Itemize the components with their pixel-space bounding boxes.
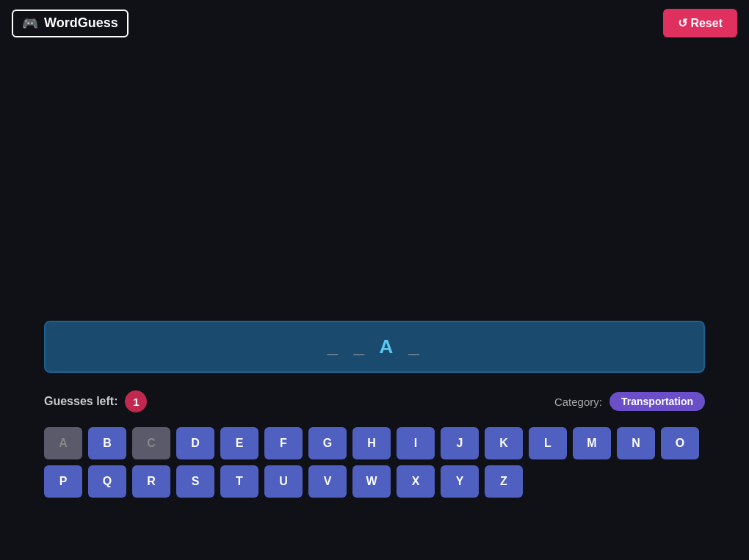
key-t[interactable]: T <box>220 465 258 498</box>
key-h[interactable]: H <box>352 427 391 459</box>
guesses-badge: 1 <box>125 390 147 412</box>
key-f[interactable]: F <box>264 427 303 459</box>
key-r[interactable]: R <box>132 465 170 498</box>
key-d[interactable]: D <box>176 427 214 459</box>
key-x[interactable]: X <box>397 465 435 498</box>
key-u[interactable]: U <box>264 465 303 498</box>
key-q[interactable]: Q <box>88 465 126 498</box>
key-p[interactable]: P <box>44 465 82 498</box>
category-area: Category: Transportation <box>554 392 705 411</box>
letter-slot: _ <box>327 335 341 358</box>
key-j[interactable]: J <box>441 427 479 459</box>
logo: 🎮 WordGuess <box>12 10 129 37</box>
key-k[interactable]: K <box>485 427 523 459</box>
letter-slot: _ <box>408 335 422 358</box>
key-g[interactable]: G <box>308 427 347 459</box>
letter-slot: A <box>380 335 397 358</box>
key-i[interactable]: I <box>397 427 435 459</box>
reset-button[interactable]: ↺ Reset <box>663 9 737 37</box>
key-e[interactable]: E <box>220 427 258 459</box>
logo-icon: 🎮 <box>22 15 38 32</box>
main-area: __A_ Guesses left: 1 Category: Transport… <box>0 46 749 556</box>
key-s[interactable]: S <box>176 465 214 498</box>
key-c: C <box>132 427 170 459</box>
key-b[interactable]: B <box>88 427 126 459</box>
key-y[interactable]: Y <box>441 465 479 498</box>
guesses-left: Guesses left: 1 <box>44 390 147 412</box>
key-o[interactable]: O <box>661 427 699 459</box>
category-label: Category: <box>554 396 602 408</box>
key-z[interactable]: Z <box>485 465 523 498</box>
category-badge: Transportation <box>609 392 705 411</box>
header: 🎮 WordGuess ↺ Reset <box>0 0 749 46</box>
key-m[interactable]: M <box>573 427 611 459</box>
key-n[interactable]: N <box>617 427 655 459</box>
key-l[interactable]: L <box>529 427 567 459</box>
key-a: A <box>44 427 82 459</box>
key-w[interactable]: W <box>352 465 391 498</box>
key-v[interactable]: V <box>308 465 347 498</box>
guesses-left-label: Guesses left: <box>44 395 117 408</box>
logo-text: WordGuess <box>44 15 118 31</box>
word-letters: __A_ <box>327 335 423 358</box>
letter-slot: _ <box>353 335 368 358</box>
info-row: Guesses left: 1 Category: Transportation <box>44 390 705 412</box>
word-display: __A_ <box>44 321 705 373</box>
keyboard: ABCDEFGHIJKLMNOPQRSTUVWXYZ <box>44 427 705 498</box>
